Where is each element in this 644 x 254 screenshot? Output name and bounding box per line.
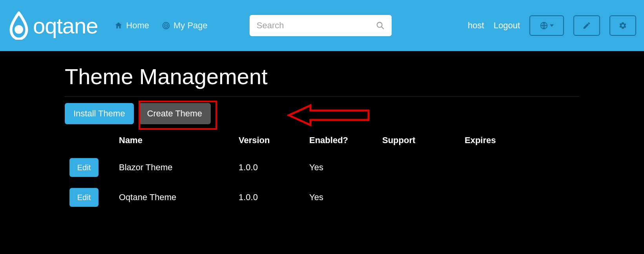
brand-logo[interactable]: oqtane — [8, 11, 98, 40]
table-row: Edit Oqtane Theme 1.0.0 Yes — [65, 182, 579, 212]
cell-enabled: Yes — [309, 162, 382, 173]
top-header: oqtane Home My Page host Logout — [0, 0, 644, 51]
col-version-header: Version — [239, 135, 309, 145]
table-header-row: Name Version Enabled? Support Expires — [65, 131, 579, 153]
col-edit-header — [65, 135, 119, 145]
svg-point-0 — [15, 25, 23, 34]
gear-icon — [618, 21, 627, 30]
chevron-down-icon — [550, 24, 554, 27]
themes-table: Name Version Enabled? Support Expires Ed… — [65, 131, 579, 212]
cell-version: 1.0.0 — [239, 162, 309, 173]
nav-mypage-label: My Page — [173, 20, 208, 31]
col-expires-header: Expires — [465, 135, 543, 145]
language-button[interactable] — [529, 15, 564, 36]
cell-version: 1.0.0 — [239, 192, 309, 202]
divider — [65, 96, 579, 97]
search-icon[interactable] — [376, 21, 385, 30]
table-row: Edit Blazor Theme 1.0.0 Yes — [65, 153, 579, 182]
svg-line-5 — [381, 27, 384, 29]
user-name[interactable]: host — [468, 20, 484, 31]
globe-icon — [540, 21, 548, 30]
edit-button[interactable]: Edit — [69, 188, 99, 207]
annotation-arrow-icon — [287, 101, 373, 130]
action-row: Install Theme Create Theme — [65, 103, 579, 124]
page-title: Theme Management — [65, 64, 579, 89]
search-input[interactable] — [257, 20, 376, 31]
col-name-header: Name — [119, 135, 239, 145]
header-right: host Logout — [468, 15, 636, 36]
settings-button[interactable] — [609, 15, 636, 36]
cell-name: Blazor Theme — [119, 162, 239, 173]
create-theme-button[interactable]: Create Theme — [139, 103, 211, 124]
edit-button[interactable]: Edit — [69, 158, 99, 177]
col-enabled-header: Enabled? — [309, 135, 382, 145]
nav-home[interactable]: Home — [109, 18, 154, 33]
install-theme-button[interactable]: Install Theme — [65, 103, 134, 124]
logo-drop-icon — [8, 11, 30, 40]
nav-mypage[interactable]: My Page — [157, 18, 212, 33]
pencil-icon — [582, 21, 591, 30]
main-content: Theme Management Install Theme Create Th… — [0, 51, 644, 212]
svg-point-3 — [165, 25, 167, 26]
brand-name: oqtane — [33, 13, 98, 39]
logout-link[interactable]: Logout — [494, 20, 520, 31]
search-box[interactable] — [250, 15, 392, 36]
home-icon — [114, 21, 123, 30]
edit-mode-button[interactable] — [573, 15, 600, 36]
target-icon — [162, 21, 170, 30]
main-nav: Home My Page — [109, 18, 212, 33]
cell-enabled: Yes — [309, 192, 382, 202]
nav-home-label: Home — [126, 20, 149, 31]
cell-name: Oqtane Theme — [119, 192, 239, 202]
col-support-header: Support — [382, 135, 465, 145]
